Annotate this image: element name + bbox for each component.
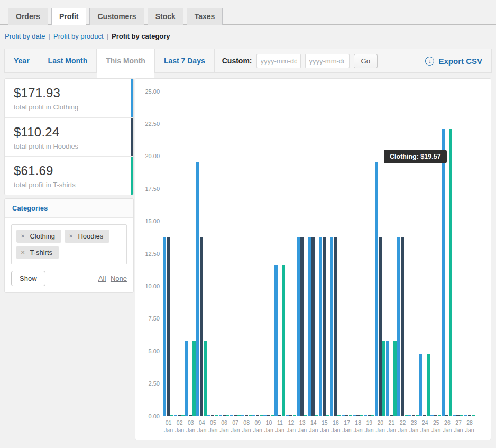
bar-clothing-15-jan[interactable] [319,237,322,416]
bar-clothing-17-jan[interactable] [342,415,345,416]
range-tab-last-month[interactable]: Last Month [39,49,97,72]
bar-clothing-28-jan[interactable] [464,415,467,416]
bar-clothing-03-jan[interactable] [185,341,188,416]
bar-clothing-25-jan[interactable] [430,415,434,416]
bar-t-shirts-28-jan[interactable] [472,415,475,416]
go-button[interactable]: Go [354,54,378,68]
bar-hoodies-07-jan[interactable] [234,415,237,416]
bar-t-shirts-11-jan[interactable] [282,265,285,416]
bar-clothing-01-jan[interactable] [163,237,166,416]
bar-t-shirts-01-jan[interactable] [170,415,173,416]
bar-hoodies-17-jan[interactable] [345,415,348,416]
bar-hoodies-03-jan[interactable] [189,415,192,416]
bar-hoodies-02-jan[interactable] [178,415,181,416]
bar-clothing-21-jan[interactable] [386,341,389,416]
tab-profit[interactable]: Profit [51,8,87,25]
bar-hoodies-28-jan[interactable] [468,415,471,416]
bar-t-shirts-16-jan[interactable] [337,415,341,416]
custom-end-date-input[interactable] [305,54,350,68]
bar-clothing-02-jan[interactable] [174,415,177,416]
bar-hoodies-24-jan[interactable] [423,415,426,416]
bar-hoodies-27-jan[interactable] [456,415,460,416]
bar-t-shirts-20-jan[interactable] [382,341,385,416]
bar-t-shirts-25-jan[interactable] [438,415,441,416]
bar-t-shirts-04-jan[interactable] [204,341,207,416]
bar-hoodies-13-jan[interactable] [300,237,304,416]
bar-clothing-22-jan[interactable] [397,237,400,416]
bar-t-shirts-10-jan[interactable] [271,415,274,416]
select-all-link[interactable]: All [98,275,106,282]
select-none-link[interactable]: None [111,275,127,282]
bar-t-shirts-05-jan[interactable] [215,415,218,416]
tab-taxes[interactable]: Taxes [187,8,223,25]
bar-hoodies-21-jan[interactable] [390,415,393,416]
bar-clothing-04-jan[interactable] [196,162,199,416]
bar-clothing-12-jan[interactable] [286,415,289,416]
bar-t-shirts-18-jan[interactable] [360,415,363,416]
bar-clothing-20-jan[interactable] [375,162,378,416]
bar-clothing-18-jan[interactable] [353,415,356,416]
bar-hoodies-26-jan[interactable] [445,415,448,416]
subnav-profit-by-product[interactable]: Profit by product [53,32,104,40]
bar-hoodies-20-jan[interactable] [379,237,382,416]
bar-t-shirts-26-jan[interactable] [449,129,452,416]
remove-icon[interactable]: ✕ [21,233,25,239]
bar-t-shirts-19-jan[interactable] [371,415,374,416]
bar-hoodies-12-jan[interactable] [289,415,292,416]
export-csv-link[interactable]: ↓ Export CSV [416,49,491,72]
bar-hoodies-18-jan[interactable] [356,415,360,416]
bar-t-shirts-27-jan[interactable] [460,415,463,416]
tab-customers[interactable]: Customers [89,8,144,25]
range-tab-year[interactable]: Year [5,49,39,72]
range-tab-this-month[interactable]: This Month [97,49,155,72]
bar-hoodies-01-jan[interactable] [167,237,170,416]
bar-hoodies-11-jan[interactable] [278,415,281,416]
bar-clothing-27-jan[interactable] [453,415,456,416]
bar-clothing-19-jan[interactable] [364,415,367,416]
bar-hoodies-10-jan[interactable] [267,415,270,416]
bar-t-shirts-14-jan[interactable] [315,415,318,416]
bar-hoodies-05-jan[interactable] [211,415,214,416]
bar-clothing-08-jan[interactable] [241,415,244,416]
subnav-profit-by-date[interactable]: Profit by date [5,32,45,40]
bar-t-shirts-12-jan[interactable] [293,415,296,416]
bar-t-shirts-13-jan[interactable] [304,415,307,416]
bar-clothing-13-jan[interactable] [297,237,300,416]
bar-t-shirts-21-jan[interactable] [393,341,397,416]
bar-t-shirts-22-jan[interactable] [405,415,408,416]
bar-clothing-16-jan[interactable] [330,237,333,416]
bar-t-shirts-17-jan[interactable] [349,415,352,416]
bar-hoodies-08-jan[interactable] [245,415,248,416]
bar-clothing-09-jan[interactable] [252,415,255,416]
tab-orders[interactable]: Orders [8,8,48,25]
bar-clothing-14-jan[interactable] [308,237,311,416]
bar-hoodies-19-jan[interactable] [368,415,371,416]
bar-clothing-07-jan[interactable] [230,415,233,416]
category-multiselect[interactable]: ✕Clothing✕Hoodies✕T-shirts [11,224,127,264]
bar-t-shirts-09-jan[interactable] [260,415,263,416]
bar-clothing-06-jan[interactable] [219,415,222,416]
show-button[interactable]: Show [11,271,45,286]
bar-hoodies-25-jan[interactable] [434,415,437,416]
bar-t-shirts-24-jan[interactable] [427,354,430,416]
custom-start-date-input[interactable] [256,54,301,68]
bar-clothing-05-jan[interactable] [207,415,210,416]
bar-hoodies-14-jan[interactable] [311,237,315,416]
bar-t-shirts-03-jan[interactable] [192,341,196,416]
bar-t-shirts-02-jan[interactable] [181,415,185,416]
bar-hoodies-09-jan[interactable] [256,415,259,416]
remove-icon[interactable]: ✕ [21,250,25,255]
bar-clothing-26-jan[interactable] [442,129,445,416]
bar-hoodies-22-jan[interactable] [401,237,404,416]
bar-t-shirts-07-jan[interactable] [237,415,241,416]
bar-t-shirts-08-jan[interactable] [249,415,252,416]
bar-clothing-24-jan[interactable] [419,354,422,416]
remove-icon[interactable]: ✕ [69,233,73,239]
bar-hoodies-15-jan[interactable] [323,237,326,416]
bar-clothing-11-jan[interactable] [274,265,278,416]
tab-stock[interactable]: Stock [148,8,183,25]
bar-hoodies-06-jan[interactable] [223,415,226,416]
bar-clothing-10-jan[interactable] [263,415,267,416]
range-tab-last-7-days[interactable]: Last 7 Days [155,49,215,72]
bar-t-shirts-06-jan[interactable] [226,415,229,416]
